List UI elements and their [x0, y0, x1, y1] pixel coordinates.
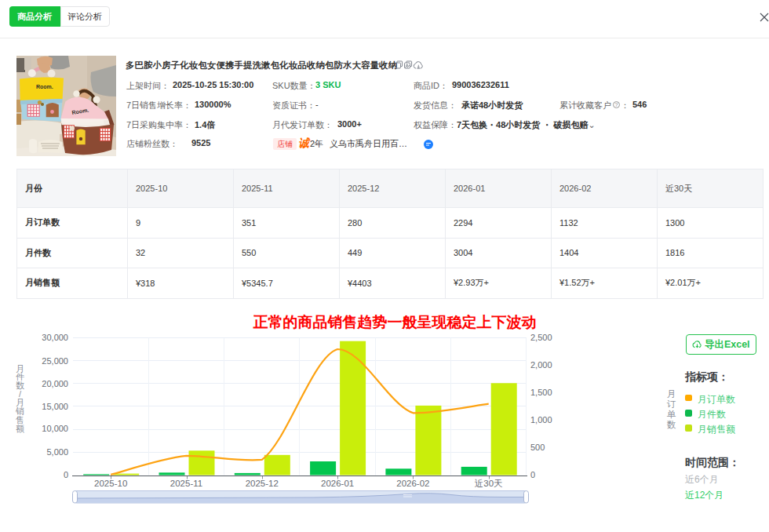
- svg-text:近30天: 近30天: [475, 479, 503, 488]
- svg-text:2,000: 2,000: [530, 360, 552, 370]
- svg-text:0: 0: [530, 470, 535, 479]
- svg-text:20,000: 20,000: [42, 379, 68, 388]
- svg-text:2,500: 2,500: [530, 333, 552, 342]
- svg-text:Room.: Room.: [36, 84, 53, 89]
- svg-text:15,000: 15,000: [42, 402, 68, 411]
- svg-text:2025-12: 2025-12: [246, 479, 279, 488]
- svg-text:2025-10: 2025-10: [94, 479, 127, 488]
- svg-text:2025-11: 2025-11: [170, 479, 202, 488]
- svg-text:2026-01: 2026-01: [321, 479, 354, 488]
- svg-text:10,000: 10,000: [42, 424, 68, 433]
- svg-text:5,000: 5,000: [46, 447, 68, 457]
- svg-text:30,000: 30,000: [42, 333, 68, 342]
- svg-text:2026-02: 2026-02: [396, 479, 429, 488]
- svg-text:1,000: 1,000: [530, 415, 552, 425]
- svg-text:25,000: 25,000: [42, 356, 68, 366]
- svg-text:500: 500: [530, 443, 545, 452]
- svg-text:1,500: 1,500: [530, 388, 552, 397]
- svg-text:0: 0: [64, 470, 68, 479]
